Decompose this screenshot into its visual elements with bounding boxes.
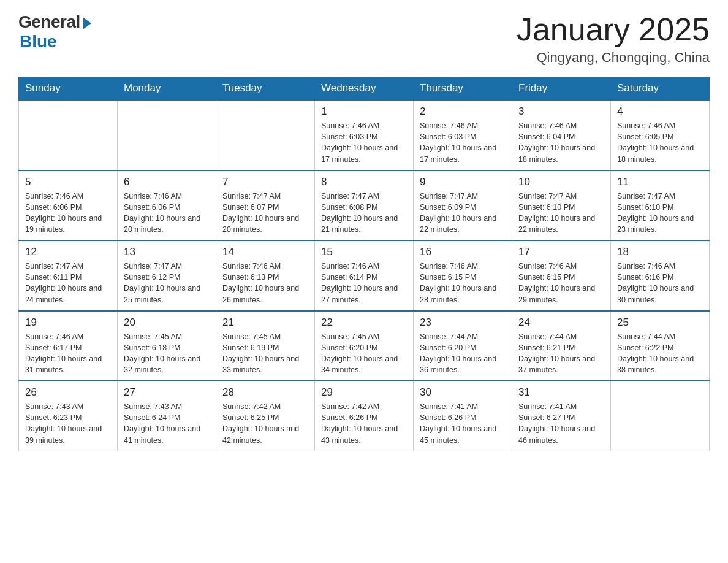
day-number: 26	[25, 386, 111, 399]
day-number: 28	[222, 386, 308, 399]
calendar-cell: 2Sunrise: 7:46 AMSunset: 6:03 PMDaylight…	[414, 100, 512, 170]
calendar-cell: 29Sunrise: 7:42 AMSunset: 6:26 PMDayligh…	[315, 381, 414, 451]
day-number: 22	[321, 316, 407, 329]
calendar-cell: 26Sunrise: 7:43 AMSunset: 6:23 PMDayligh…	[19, 381, 118, 451]
day-info: Sunrise: 7:47 AMSunset: 6:11 PMDaylight:…	[25, 261, 111, 305]
calendar-cell: 21Sunrise: 7:45 AMSunset: 6:19 PMDayligh…	[216, 311, 315, 381]
day-number: 29	[321, 386, 407, 399]
day-number: 27	[124, 386, 210, 399]
day-number: 19	[25, 316, 111, 329]
day-info: Sunrise: 7:46 AMSunset: 6:06 PMDaylight:…	[25, 191, 111, 236]
day-number: 18	[617, 246, 703, 258]
day-info: Sunrise: 7:44 AMSunset: 6:21 PMDaylight:…	[518, 331, 604, 376]
day-number: 30	[420, 386, 506, 399]
calendar-cell: 22Sunrise: 7:45 AMSunset: 6:20 PMDayligh…	[315, 311, 414, 381]
calendar-cell: 17Sunrise: 7:46 AMSunset: 6:15 PMDayligh…	[512, 240, 611, 311]
day-info: Sunrise: 7:45 AMSunset: 6:19 PMDaylight:…	[222, 331, 308, 376]
day-info: Sunrise: 7:46 AMSunset: 6:14 PMDaylight:…	[321, 261, 407, 305]
calendar-cell: 19Sunrise: 7:46 AMSunset: 6:17 PMDayligh…	[19, 311, 118, 381]
day-header-tuesday: Tuesday	[216, 77, 315, 101]
calendar-cell: 7Sunrise: 7:47 AMSunset: 6:07 PMDaylight…	[216, 170, 315, 241]
day-number: 21	[222, 316, 308, 329]
day-info: Sunrise: 7:41 AMSunset: 6:27 PMDaylight:…	[518, 401, 604, 446]
logo-arrow-icon	[83, 17, 91, 29]
calendar-cell	[118, 100, 216, 170]
day-info: Sunrise: 7:47 AMSunset: 6:10 PMDaylight:…	[518, 191, 604, 236]
month-title: January 2025	[517, 12, 710, 47]
calendar-cell: 10Sunrise: 7:47 AMSunset: 6:10 PMDayligh…	[512, 170, 611, 241]
week-row-2: 12Sunrise: 7:47 AMSunset: 6:11 PMDayligh…	[19, 240, 710, 311]
week-row-3: 19Sunrise: 7:46 AMSunset: 6:17 PMDayligh…	[19, 311, 710, 381]
calendar-cell: 8Sunrise: 7:47 AMSunset: 6:08 PMDaylight…	[315, 170, 414, 241]
day-number: 4	[617, 105, 703, 118]
day-info: Sunrise: 7:43 AMSunset: 6:24 PMDaylight:…	[124, 401, 210, 446]
day-number: 25	[617, 316, 703, 329]
calendar-cell: 18Sunrise: 7:46 AMSunset: 6:16 PMDayligh…	[611, 240, 710, 311]
calendar-cell: 9Sunrise: 7:47 AMSunset: 6:09 PMDaylight…	[414, 170, 512, 241]
day-number: 2	[420, 105, 506, 118]
calendar-cell: 4Sunrise: 7:46 AMSunset: 6:05 PMDaylight…	[611, 100, 710, 170]
logo-general-text: General	[18, 12, 80, 32]
calendar-cell: 1Sunrise: 7:46 AMSunset: 6:03 PMDaylight…	[315, 100, 414, 170]
day-number: 15	[321, 246, 407, 258]
day-header-wednesday: Wednesday	[315, 77, 414, 101]
day-info: Sunrise: 7:46 AMSunset: 6:15 PMDaylight:…	[518, 261, 604, 305]
day-info: Sunrise: 7:46 AMSunset: 6:05 PMDaylight:…	[617, 120, 703, 165]
day-number: 9	[420, 176, 506, 188]
day-header-saturday: Saturday	[611, 77, 710, 101]
day-info: Sunrise: 7:47 AMSunset: 6:08 PMDaylight:…	[321, 191, 407, 236]
day-number: 20	[124, 316, 210, 329]
day-number: 1	[321, 105, 407, 118]
day-info: Sunrise: 7:46 AMSunset: 6:15 PMDaylight:…	[420, 261, 506, 305]
week-row-4: 26Sunrise: 7:43 AMSunset: 6:23 PMDayligh…	[19, 381, 710, 451]
day-info: Sunrise: 7:46 AMSunset: 6:17 PMDaylight:…	[25, 331, 111, 376]
day-number: 23	[420, 316, 506, 329]
logo: General Blue	[18, 12, 91, 52]
calendar-cell	[611, 381, 710, 451]
calendar-cell: 24Sunrise: 7:44 AMSunset: 6:21 PMDayligh…	[512, 311, 611, 381]
calendar-cell	[216, 100, 315, 170]
day-number: 16	[420, 246, 506, 258]
week-row-1: 5Sunrise: 7:46 AMSunset: 6:06 PMDaylight…	[19, 170, 710, 241]
calendar-cell: 23Sunrise: 7:44 AMSunset: 6:20 PMDayligh…	[414, 311, 512, 381]
day-info: Sunrise: 7:41 AMSunset: 6:26 PMDaylight:…	[420, 401, 506, 446]
calendar-cell: 12Sunrise: 7:47 AMSunset: 6:11 PMDayligh…	[19, 240, 118, 311]
day-number: 8	[321, 176, 407, 188]
day-info: Sunrise: 7:47 AMSunset: 6:10 PMDaylight:…	[617, 191, 703, 236]
calendar-cell: 16Sunrise: 7:46 AMSunset: 6:15 PMDayligh…	[414, 240, 512, 311]
calendar-cell: 3Sunrise: 7:46 AMSunset: 6:04 PMDaylight…	[512, 100, 611, 170]
calendar-cell	[19, 100, 118, 170]
day-info: Sunrise: 7:43 AMSunset: 6:23 PMDaylight:…	[25, 401, 111, 446]
calendar-cell: 6Sunrise: 7:46 AMSunset: 6:06 PMDaylight…	[118, 170, 216, 241]
day-header-monday: Monday	[118, 77, 216, 101]
logo-blue-text: Blue	[20, 32, 57, 52]
header: General Blue January 2025 Qingyang, Chon…	[18, 12, 710, 66]
calendar-cell: 20Sunrise: 7:45 AMSunset: 6:18 PMDayligh…	[118, 311, 216, 381]
day-info: Sunrise: 7:44 AMSunset: 6:20 PMDaylight:…	[420, 331, 506, 376]
header-row: SundayMondayTuesdayWednesdayThursdayFrid…	[19, 77, 710, 101]
calendar-cell: 13Sunrise: 7:47 AMSunset: 6:12 PMDayligh…	[118, 240, 216, 311]
day-number: 11	[617, 176, 703, 188]
day-info: Sunrise: 7:46 AMSunset: 6:03 PMDaylight:…	[420, 120, 506, 165]
title-area: January 2025 Qingyang, Chongqing, China	[517, 12, 710, 66]
day-header-sunday: Sunday	[19, 77, 118, 101]
week-row-0: 1Sunrise: 7:46 AMSunset: 6:03 PMDaylight…	[19, 100, 710, 170]
day-number: 6	[124, 176, 210, 188]
day-number: 10	[518, 176, 604, 188]
calendar-cell: 27Sunrise: 7:43 AMSunset: 6:24 PMDayligh…	[118, 381, 216, 451]
day-info: Sunrise: 7:46 AMSunset: 6:13 PMDaylight:…	[222, 261, 308, 305]
day-info: Sunrise: 7:46 AMSunset: 6:04 PMDaylight:…	[518, 120, 604, 165]
day-number: 14	[222, 246, 308, 258]
day-header-friday: Friday	[512, 77, 611, 101]
calendar-cell: 15Sunrise: 7:46 AMSunset: 6:14 PMDayligh…	[315, 240, 414, 311]
day-number: 12	[25, 246, 111, 258]
day-number: 13	[124, 246, 210, 258]
calendar-cell: 31Sunrise: 7:41 AMSunset: 6:27 PMDayligh…	[512, 381, 611, 451]
day-number: 17	[518, 246, 604, 258]
day-number: 3	[518, 105, 604, 118]
calendar-cell: 28Sunrise: 7:42 AMSunset: 6:25 PMDayligh…	[216, 381, 315, 451]
day-info: Sunrise: 7:45 AMSunset: 6:20 PMDaylight:…	[321, 331, 407, 376]
day-info: Sunrise: 7:46 AMSunset: 6:06 PMDaylight:…	[124, 191, 210, 236]
calendar-cell: 14Sunrise: 7:46 AMSunset: 6:13 PMDayligh…	[216, 240, 315, 311]
day-info: Sunrise: 7:45 AMSunset: 6:18 PMDaylight:…	[124, 331, 210, 376]
